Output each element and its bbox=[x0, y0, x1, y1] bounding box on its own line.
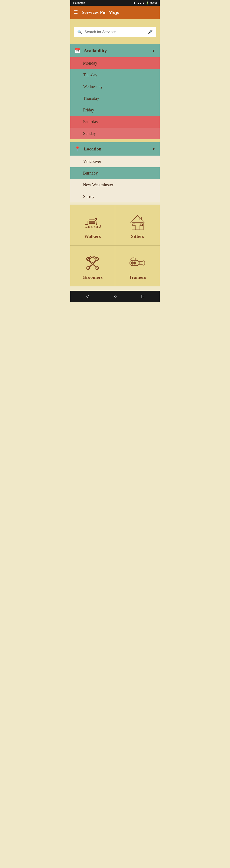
services-grid: Walkers Sitters bbox=[70, 205, 160, 286]
svg-rect-32 bbox=[138, 261, 143, 264]
microphone-icon[interactable]: 🎤 bbox=[147, 29, 153, 34]
back-button[interactable]: ◁ bbox=[86, 294, 89, 299]
day-tuesday[interactable]: Tuesday bbox=[70, 69, 160, 81]
location-surrey[interactable]: Surrey bbox=[70, 191, 160, 203]
day-friday[interactable]: Friday bbox=[70, 104, 160, 116]
search-icon: 🔍 bbox=[77, 30, 82, 34]
svg-rect-10 bbox=[140, 224, 142, 226]
location-new-westminster[interactable]: New Westminster bbox=[70, 179, 160, 191]
separator-1 bbox=[70, 140, 160, 142]
availability-section-header[interactable]: 📅 Availability ▼ bbox=[70, 44, 160, 57]
availability-label: Availability bbox=[84, 48, 148, 54]
svg-point-29 bbox=[87, 267, 90, 270]
yellow-band-top bbox=[70, 19, 160, 23]
service-groomers[interactable]: Groomers bbox=[70, 246, 115, 286]
location-label: Location bbox=[84, 146, 148, 152]
svg-point-35 bbox=[133, 262, 134, 263]
calendar-icon: 📅 bbox=[74, 48, 80, 54]
svg-rect-8 bbox=[135, 225, 140, 230]
day-sunday[interactable]: Sunday bbox=[70, 128, 160, 140]
location-burnaby[interactable]: Burnaby bbox=[70, 167, 160, 179]
location-vancouver[interactable]: Vancouver bbox=[70, 156, 160, 167]
svg-rect-9 bbox=[132, 224, 135, 226]
home-button[interactable]: ○ bbox=[114, 294, 117, 299]
location-chevron-icon: ▼ bbox=[152, 147, 156, 151]
sitters-label: Sitters bbox=[131, 234, 144, 239]
day-thursday[interactable]: Thursday bbox=[70, 92, 160, 104]
search-section: 🔍 🎤 bbox=[70, 23, 160, 42]
hamburger-menu-icon[interactable]: ☰ bbox=[74, 9, 78, 15]
sitters-icon bbox=[128, 214, 147, 230]
bottom-nav-bar: ◁ ○ □ bbox=[70, 291, 160, 302]
yellow-band-2 bbox=[70, 42, 160, 44]
service-trainers[interactable]: Trainers bbox=[115, 246, 160, 286]
svg-point-3 bbox=[88, 226, 89, 227]
status-icons: ▼ ▲▲▲ 🔋 07:53 bbox=[133, 1, 157, 4]
location-pin-icon: 📍 bbox=[74, 146, 80, 152]
svg-point-5 bbox=[94, 227, 95, 228]
day-saturday[interactable]: Saturday bbox=[70, 116, 160, 128]
trainers-icon bbox=[128, 254, 147, 272]
location-section-header[interactable]: 📍 Location ▼ bbox=[70, 142, 160, 156]
search-input[interactable] bbox=[85, 30, 145, 34]
svg-point-4 bbox=[91, 227, 92, 228]
battery-icon: 🔋 bbox=[146, 1, 149, 4]
time-label: 07:53 bbox=[150, 1, 157, 4]
walkers-icon bbox=[83, 214, 102, 230]
signal-icon: ▲▲▲ bbox=[137, 1, 144, 4]
service-sitters[interactable]: Sitters bbox=[115, 205, 160, 246]
search-bar-container[interactable]: 🔍 🎤 bbox=[74, 27, 156, 37]
svg-point-30 bbox=[96, 267, 99, 270]
page-title: Services For Mojo bbox=[82, 9, 120, 15]
app-header: ☰ Services For Mojo bbox=[70, 6, 160, 19]
recents-button[interactable]: □ bbox=[142, 294, 144, 299]
svg-point-6 bbox=[96, 226, 98, 227]
status-bar: Petmatch ▼ ▲▲▲ 🔋 07:53 bbox=[70, 0, 160, 6]
day-monday[interactable]: Monday bbox=[70, 57, 160, 69]
walkers-label: Walkers bbox=[84, 234, 101, 239]
app-name-label: Petmatch bbox=[73, 1, 85, 4]
availability-chevron-icon: ▼ bbox=[152, 49, 156, 53]
trainers-label: Trainers bbox=[129, 275, 146, 280]
groomers-icon bbox=[83, 254, 102, 272]
service-walkers[interactable]: Walkers bbox=[70, 205, 115, 246]
day-wednesday[interactable]: Wednesday bbox=[70, 81, 160, 92]
groomers-label: Groomers bbox=[83, 275, 103, 280]
wifi-icon: ▼ bbox=[133, 1, 136, 4]
